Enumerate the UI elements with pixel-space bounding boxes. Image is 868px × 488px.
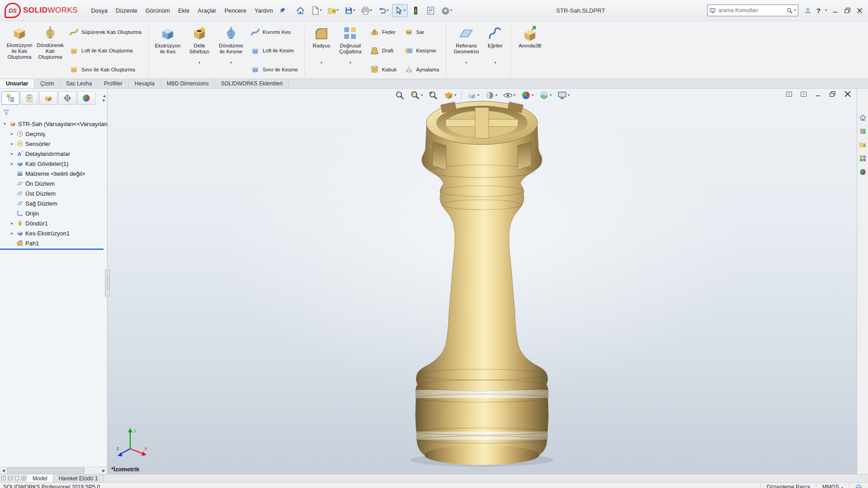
shell-button[interactable]: Kabuk <box>366 63 401 76</box>
tree-item-gecmis[interactable]: ▸Geçmiş <box>0 129 107 139</box>
section-view-button[interactable]: ▾ <box>443 90 457 101</box>
home-button[interactable] <box>293 4 307 17</box>
minimize-button[interactable] <box>831 7 839 14</box>
mirror-button[interactable]: Aynalama <box>401 63 443 76</box>
rib-button[interactable]: Feder <box>366 25 401 38</box>
doc-minimize-button[interactable] <box>814 90 822 98</box>
graphics-viewport[interactable]: ▾ ▾ ▾ ▾ ▾ ▾ ▾ ▾ <box>108 89 857 474</box>
view-palette-icon[interactable] <box>859 155 867 162</box>
menu-pencere[interactable]: Pencere <box>220 5 250 16</box>
expand-arrow-icon[interactable]: ▸ <box>9 161 14 166</box>
split-view-icon[interactable] <box>7 474 14 482</box>
menu-duzenle[interactable]: Düzenle <box>112 5 142 16</box>
panel-horizontal-scrollbar[interactable]: ◀ ▶ <box>0 467 107 474</box>
scroll-track[interactable] <box>7 467 100 474</box>
expand-arrow-icon[interactable]: ▸ <box>9 141 14 146</box>
tree-item-orijin[interactable]: Orijin <box>0 208 107 218</box>
apply-scene-button[interactable]: ▾ <box>538 90 552 101</box>
tree-item-sensorler[interactable]: ▸Sensörler <box>0 139 107 149</box>
model-rook[interactable] <box>389 98 575 473</box>
menu-araclar[interactable]: Araçlar <box>193 5 220 16</box>
boundary-boss-button[interactable]: Sınır ile Katı Oluşturma <box>66 63 145 76</box>
extrude-boss-button[interactable]: Ekstrüzyon ile Katı Oluşturma <box>4 23 35 62</box>
revolve-boss-button[interactable]: Döndürerek Katı Oluşturma <box>35 23 66 62</box>
boundary-cut-button[interactable]: Sınır ile Kesme <box>247 63 302 76</box>
help-button[interactable]: ? <box>816 7 821 14</box>
search-scope-icon[interactable] <box>709 7 716 14</box>
sweep-boss-button[interactable]: Süpürerek Katı Oluşturma <box>66 25 145 38</box>
sweep-cut-button[interactable]: Kıvrımlı Kes <box>247 25 302 38</box>
pin-menu-icon[interactable] <box>279 7 286 14</box>
new-document-button[interactable]: ▾ <box>308 4 324 17</box>
previous-view-button[interactable] <box>428 90 439 101</box>
panel-splitter-handle[interactable] <box>105 269 110 296</box>
hole-wizard-button[interactable]: Delik Sihirbazı▾ <box>184 23 215 66</box>
expand-arrow-icon[interactable]: ▸ <box>9 151 14 156</box>
edit-appearance-button[interactable]: ▾ <box>520 90 534 101</box>
split-view-icon[interactable] <box>20 474 27 482</box>
resources-home-icon[interactable] <box>859 114 867 122</box>
loft-cut-button[interactable]: Loft ile Kesim <box>247 44 302 57</box>
expand-arrow-icon[interactable]: ▸ <box>9 231 14 235</box>
help-caret-icon[interactable]: ▾ <box>825 9 827 12</box>
linear-pattern-button[interactable]: Doğrusal Çoğaltma▾ <box>335 23 366 66</box>
tree-item-on-duzlem[interactable]: Ön Düzlem <box>0 178 107 188</box>
zoom-area-button[interactable]: ▾ <box>410 90 423 101</box>
display-style-button[interactable]: ▾ <box>484 90 498 101</box>
wrap-button[interactable]: Sar <box>401 25 443 38</box>
flyout-caret-icon[interactable]: ▾ <box>198 61 200 65</box>
flyout-caret-icon[interactable]: ▾ <box>321 61 322 65</box>
tab-feature-tree[interactable] <box>1 91 19 105</box>
expand-arrow-icon[interactable]: ▸ <box>9 131 14 136</box>
scroll-thumb[interactable] <box>7 468 85 474</box>
open-button[interactable]: ▾ <box>325 4 341 17</box>
window-previous-button[interactable] <box>785 90 793 98</box>
menu-gorunum[interactable]: Görünüm <box>142 5 174 16</box>
tab-display-manager[interactable] <box>77 91 95 105</box>
flyout-caret-icon[interactable]: ▾ <box>465 61 467 65</box>
rebuild-button[interactable] <box>409 4 423 17</box>
unit-system-selector[interactable]: MMGS▴ <box>816 483 849 488</box>
expand-arrow-icon[interactable]: ▾ <box>2 122 7 126</box>
loft-boss-button[interactable]: Loft ile Katı Oluşturma <box>66 44 145 57</box>
expand-arrow-icon[interactable]: ▸ <box>9 221 14 225</box>
extrude-cut-button[interactable]: Ekstrüzyon ile Kes <box>152 23 184 63</box>
revolve-cut-button[interactable]: Döndürme ile Kesme▾ <box>215 23 247 66</box>
tab-property-manager[interactable] <box>20 91 38 105</box>
instant3d-button[interactable]: Anında3B <box>514 23 546 63</box>
tree-item-root[interactable]: ▾STR-Sah (Varsayılan<<Varsayılan>_Gö <box>0 119 107 129</box>
fillet-button[interactable]: Radyus▾ <box>308 23 335 66</box>
tree-item-kes-ekstruzyon1[interactable]: ▸Kes-Ekstrüzyon1 <box>0 228 107 238</box>
menu-ekle[interactable]: Ekle <box>174 5 193 16</box>
flyout-caret-icon[interactable]: ▾ <box>349 61 351 65</box>
tree-item-sag-duzlem[interactable]: Sağ Düzlem <box>0 198 107 208</box>
tab-cizim[interactable]: Çizim <box>34 79 60 88</box>
print-button[interactable]: ▾ <box>359 4 374 17</box>
tree-item-detaylandirmalar[interactable]: ▸Detaylandırmalar <box>0 149 107 159</box>
tab-unsurlar[interactable]: Unsurlar <box>0 79 34 88</box>
status-globe[interactable] <box>849 483 868 488</box>
zoom-fit-button[interactable] <box>394 90 405 101</box>
split-view-icon[interactable] <box>14 474 20 482</box>
tab-profiller[interactable]: Profiller <box>98 79 129 88</box>
scroll-left-icon[interactable]: ◀ <box>0 469 7 473</box>
view-settings-button[interactable]: ▾ <box>557 90 570 101</box>
tree-item-pah1[interactable]: Pah1 <box>0 238 107 248</box>
flyout-caret-icon[interactable]: ▾ <box>230 61 232 65</box>
menu-yardim[interactable]: Yardım <box>250 5 277 16</box>
intersect-button[interactable]: Kesişme <box>401 44 443 57</box>
tab-solidworks-eklentileri[interactable]: SOLIDWORKS Eklentileri <box>215 79 289 88</box>
tree-item-ust-duzlem[interactable]: Üst Düzlem <box>0 188 107 198</box>
view-orientation-button[interactable]: ▾ <box>466 90 480 101</box>
save-button[interactable]: ▾ <box>342 4 358 17</box>
tab-hesapla[interactable]: Hesapla <box>129 79 161 88</box>
tab-motion-study[interactable]: Hareket Etüdü 1 <box>53 474 104 482</box>
filter-funnel-icon[interactable] <box>3 109 10 116</box>
search-icon[interactable] <box>786 7 793 14</box>
doc-restore-button[interactable] <box>829 90 836 98</box>
tree-item-malzeme[interactable]: Malzeme <belirli değil> <box>0 169 107 178</box>
tab-sac-levha[interactable]: Sac Levha <box>60 79 98 88</box>
fm-tab-scroll-right-icon[interactable]: ▶ <box>103 99 105 102</box>
user-account-icon[interactable] <box>804 6 812 14</box>
draft-button[interactable]: Draft <box>366 44 401 57</box>
